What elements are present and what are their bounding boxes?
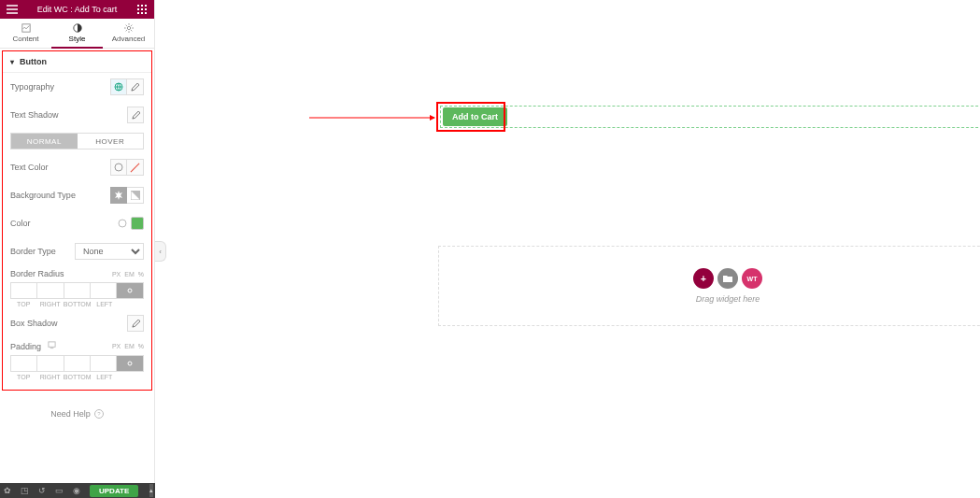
globe-icon-outline[interactable] bbox=[110, 159, 127, 176]
navigator-icon[interactable]: ◳ bbox=[21, 486, 29, 495]
padding-label: Padding bbox=[10, 342, 41, 351]
text-color-label: Text Color bbox=[10, 163, 110, 172]
toggle-normal[interactable]: NORMAL bbox=[11, 134, 78, 149]
border-radius-block: Border Radius PX EM % bbox=[3, 269, 151, 309]
svg-rect-16 bbox=[48, 342, 54, 347]
color-label: Color bbox=[10, 219, 114, 228]
drop-zone[interactable]: + WT Drag widget here bbox=[438, 246, 980, 326]
svg-rect-3 bbox=[137, 8, 139, 10]
edit-box-shadow-button[interactable] bbox=[127, 315, 144, 332]
br-top[interactable] bbox=[11, 283, 37, 298]
annotation-arrow bbox=[309, 92, 440, 129]
edit-typography-button[interactable] bbox=[127, 78, 144, 95]
tab-style[interactable]: Style bbox=[51, 19, 103, 48]
pad-right[interactable] bbox=[37, 356, 64, 371]
svg-rect-4 bbox=[141, 8, 143, 10]
globe-icon[interactable] bbox=[110, 78, 127, 95]
br-bottom[interactable] bbox=[64, 283, 91, 298]
style-panel: ▾ Button Typography Text Shadow bbox=[2, 50, 152, 391]
link-icon[interactable] bbox=[117, 283, 143, 298]
svg-rect-1 bbox=[141, 5, 143, 7]
box-shadow-label: Box Shadow bbox=[10, 319, 127, 328]
svg-rect-5 bbox=[145, 8, 147, 10]
annotation-highlight bbox=[436, 102, 505, 132]
br-left[interactable] bbox=[91, 283, 117, 298]
editor-sidebar: Edit WC : Add To cart Content Style Adva… bbox=[0, 0, 155, 498]
dropzone-icons: + WT bbox=[693, 268, 762, 289]
section-title: Button bbox=[20, 57, 47, 66]
section-button[interactable]: ▾ Button bbox=[3, 51, 151, 73]
svg-rect-2 bbox=[145, 5, 147, 7]
row-text-color: Text Color bbox=[3, 153, 151, 181]
tab-content-label: Content bbox=[12, 35, 38, 43]
svg-rect-7 bbox=[141, 12, 143, 14]
row-color: Color bbox=[3, 209, 151, 237]
bg-type-gradient[interactable] bbox=[127, 187, 144, 204]
row-text-shadow: Text Shadow bbox=[3, 101, 151, 129]
svg-point-11 bbox=[127, 26, 130, 29]
update-options-button[interactable]: ▴ bbox=[149, 484, 153, 497]
svg-rect-6 bbox=[137, 12, 139, 14]
menu-icon[interactable] bbox=[6, 3, 19, 16]
unit-em-2[interactable]: EM bbox=[124, 343, 135, 349]
settings-icon[interactable]: ✿ bbox=[4, 486, 11, 495]
color-swatch[interactable] bbox=[131, 217, 144, 230]
link-icon-2[interactable] bbox=[117, 356, 143, 371]
pad-bottom[interactable] bbox=[64, 356, 91, 371]
br-right[interactable] bbox=[37, 283, 64, 298]
bg-type-label: Background Type bbox=[10, 191, 110, 200]
tab-content[interactable]: Content bbox=[0, 19, 51, 48]
canvas: Add to Cart + WT Drag widget here bbox=[155, 0, 980, 498]
need-help[interactable]: Need Help ? bbox=[0, 409, 154, 419]
svg-rect-8 bbox=[145, 12, 147, 14]
responsive-icon[interactable] bbox=[48, 342, 56, 351]
woolentor-button[interactable]: WT bbox=[742, 268, 762, 289]
text-shadow-label: Text Shadow bbox=[10, 110, 127, 120]
pad-top[interactable] bbox=[11, 356, 37, 371]
history-icon[interactable]: ↺ bbox=[38, 486, 46, 495]
svg-point-15 bbox=[119, 220, 126, 227]
tab-style-label: Style bbox=[69, 35, 86, 43]
update-button[interactable]: UPDATE bbox=[90, 485, 138, 497]
add-to-cart-widget[interactable]: Add to Cart bbox=[440, 106, 980, 128]
unit-pct[interactable]: % bbox=[138, 271, 144, 277]
bottom-bar: ✿ ◳ ↺ ▭ ◉ UPDATE ▴ bbox=[0, 483, 155, 498]
toggle-hover[interactable]: HOVER bbox=[78, 134, 144, 149]
need-help-label: Need Help bbox=[50, 409, 91, 419]
unit-px[interactable]: PX bbox=[112, 271, 121, 277]
border-radius-label: Border Radius bbox=[10, 269, 64, 278]
add-section-button[interactable]: + bbox=[693, 268, 714, 289]
row-typography: Typography bbox=[3, 73, 151, 101]
row-bg-type: Background Type bbox=[3, 181, 151, 209]
unit-em[interactable]: EM bbox=[124, 271, 135, 277]
apps-icon[interactable] bbox=[135, 3, 149, 16]
pad-left[interactable] bbox=[91, 356, 117, 371]
typography-label: Typography bbox=[10, 82, 110, 92]
bg-type-classic[interactable] bbox=[110, 187, 127, 204]
padding-block: Padding PX EM % bbox=[3, 341, 151, 382]
tab-advanced[interactable]: Advanced bbox=[103, 19, 154, 48]
unit-pct-2[interactable]: % bbox=[138, 343, 144, 349]
state-toggle: NORMAL HOVER bbox=[10, 133, 144, 149]
add-template-button[interactable] bbox=[717, 268, 738, 289]
dropzone-text: Drag widget here bbox=[696, 294, 760, 304]
svg-text:?: ? bbox=[97, 411, 101, 417]
text-color-swatch[interactable] bbox=[127, 159, 144, 176]
caret-down-icon: ▾ bbox=[10, 58, 14, 66]
svg-point-13 bbox=[115, 164, 122, 171]
unit-px-2[interactable]: PX bbox=[112, 343, 121, 349]
responsive-mode-icon[interactable]: ▭ bbox=[55, 486, 64, 495]
row-box-shadow: Box Shadow bbox=[3, 309, 151, 337]
svg-rect-0 bbox=[137, 5, 139, 7]
row-border-type: Border Type None bbox=[3, 237, 151, 265]
edit-text-shadow-button[interactable] bbox=[127, 107, 144, 123]
tab-advanced-label: Advanced bbox=[112, 35, 146, 43]
editor-title: Edit WC : Add To cart bbox=[37, 5, 117, 14]
border-radius-inputs bbox=[10, 282, 144, 299]
preview-icon[interactable]: ◉ bbox=[73, 486, 80, 495]
border-type-label: Border Type bbox=[10, 247, 75, 256]
border-type-select[interactable]: None bbox=[75, 243, 144, 260]
globe-icon-outline-2[interactable] bbox=[114, 215, 131, 232]
svg-rect-17 bbox=[50, 348, 53, 349]
topbar: Edit WC : Add To cart bbox=[0, 0, 154, 19]
